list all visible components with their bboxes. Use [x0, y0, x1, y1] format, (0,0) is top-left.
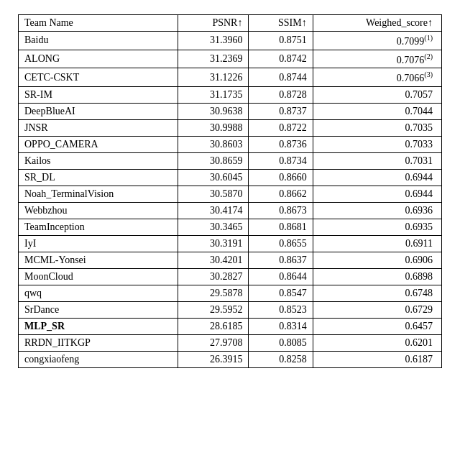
table-row: IyI30.31910.86550.6911: [19, 235, 442, 252]
cell-team-name: CETC-CSKT: [19, 68, 178, 87]
table-row: congxiaofeng26.39150.82580.6187: [19, 351, 442, 367]
cell-team-name: qwq: [19, 285, 178, 301]
cell-team-name: SR-IM: [19, 86, 178, 103]
cell-psnr: 30.5870: [178, 186, 249, 202]
cell-wscore: 0.6944: [313, 169, 441, 186]
table-header-row: Team Name PSNR↑ SSIM↑ Weighed_score↑: [19, 15, 442, 32]
cell-ssim: 0.8662: [249, 186, 313, 202]
table-row: MLP_SR28.61850.83140.6457: [19, 318, 442, 334]
cell-psnr: 31.2369: [178, 50, 249, 68]
cell-wscore: 0.6729: [313, 301, 441, 318]
cell-wscore: 0.7035: [313, 119, 441, 136]
cell-team-name: JNSR: [19, 119, 178, 136]
cell-wscore: 0.6457: [313, 318, 441, 334]
cell-wscore: 0.7076(2): [313, 50, 441, 68]
cell-psnr: 26.3915: [178, 351, 249, 367]
cell-psnr: 30.2827: [178, 268, 249, 285]
table-row: Kailos30.86590.87340.7031: [19, 152, 442, 169]
cell-wscore: 0.6906: [313, 252, 441, 268]
col-header-psnr: PSNR↑: [178, 15, 249, 32]
cell-psnr: 30.8659: [178, 152, 249, 169]
cell-team-name: RRDN_IITKGP: [19, 334, 178, 351]
cell-wscore: 0.6201: [313, 334, 441, 351]
cell-ssim: 0.8547: [249, 285, 313, 301]
cell-psnr: 31.1735: [178, 86, 249, 103]
cell-ssim: 0.8681: [249, 219, 313, 235]
cell-wscore: 0.6936: [313, 202, 441, 219]
cell-ssim: 0.8673: [249, 202, 313, 219]
cell-psnr: 30.3191: [178, 235, 249, 252]
cell-ssim: 0.8523: [249, 301, 313, 318]
cell-ssim: 0.8751: [249, 32, 313, 50]
cell-wscore: 0.7033: [313, 136, 441, 152]
cell-wscore: 0.6187: [313, 351, 441, 367]
table-row: TeamInception30.34650.86810.6935: [19, 219, 442, 235]
table-row: SR-IM31.17350.87280.7057: [19, 86, 442, 103]
cell-ssim: 0.8314: [249, 318, 313, 334]
cell-team-name: Webbzhou: [19, 202, 178, 219]
cell-psnr: 30.4201: [178, 252, 249, 268]
table-row: DeepBlueAI30.96380.87370.7044: [19, 103, 442, 119]
table-row: SrDance29.59520.85230.6729: [19, 301, 442, 318]
cell-psnr: 30.4174: [178, 202, 249, 219]
table-row: MCML-Yonsei30.42010.86370.6906: [19, 252, 442, 268]
cell-team-name: Baidu: [19, 32, 178, 50]
leaderboard-container: Team Name PSNR↑ SSIM↑ Weighed_score↑ Bai…: [18, 14, 442, 368]
cell-ssim: 0.8722: [249, 119, 313, 136]
cell-ssim: 0.8655: [249, 235, 313, 252]
cell-ssim: 0.8736: [249, 136, 313, 152]
cell-team-name: MoonCloud: [19, 268, 178, 285]
cell-ssim: 0.8644: [249, 268, 313, 285]
cell-team-name: IyI: [19, 235, 178, 252]
cell-psnr: 30.6045: [178, 169, 249, 186]
cell-wscore: 0.7044: [313, 103, 441, 119]
cell-team-name: Kailos: [19, 152, 178, 169]
cell-team-name: congxiaofeng: [19, 351, 178, 367]
table-row: qwq29.58780.85470.6748: [19, 285, 442, 301]
cell-wscore: 0.6935: [313, 219, 441, 235]
cell-ssim: 0.8660: [249, 169, 313, 186]
cell-wscore: 0.6944: [313, 186, 441, 202]
cell-team-name: MCML-Yonsei: [19, 252, 178, 268]
table-row: OPPO_CAMERA30.86030.87360.7033: [19, 136, 442, 152]
cell-psnr: 29.5878: [178, 285, 249, 301]
cell-wscore: 0.7057: [313, 86, 441, 103]
cell-ssim: 0.8637: [249, 252, 313, 268]
col-header-team: Team Name: [19, 15, 178, 32]
cell-team-name: DeepBlueAI: [19, 103, 178, 119]
cell-team-name: SR_DL: [19, 169, 178, 186]
cell-ssim: 0.8734: [249, 152, 313, 169]
cell-ssim: 0.8258: [249, 351, 313, 367]
cell-ssim: 0.8737: [249, 103, 313, 119]
cell-ssim: 0.8744: [249, 68, 313, 87]
cell-wscore: 0.7066(3): [313, 68, 441, 87]
table-row: ALONG31.23690.87420.7076(2): [19, 50, 442, 68]
cell-psnr: 30.3465: [178, 219, 249, 235]
cell-psnr: 30.8603: [178, 136, 249, 152]
cell-team-name: OPPO_CAMERA: [19, 136, 178, 152]
table-row: Baidu31.39600.87510.7099(1): [19, 32, 442, 50]
cell-team-name: Noah_TerminalVision: [19, 186, 178, 202]
cell-wscore: 0.7099(1): [313, 32, 441, 50]
cell-ssim: 0.8742: [249, 50, 313, 68]
table-row: JNSR30.99880.87220.7035: [19, 119, 442, 136]
col-header-wscore: Weighed_score↑: [313, 15, 441, 32]
cell-psnr: 31.1226: [178, 68, 249, 87]
cell-psnr: 27.9708: [178, 334, 249, 351]
cell-psnr: 30.9638: [178, 103, 249, 119]
table-row: SR_DL30.60450.86600.6944: [19, 169, 442, 186]
leaderboard-table: Team Name PSNR↑ SSIM↑ Weighed_score↑ Bai…: [18, 14, 442, 368]
cell-psnr: 28.6185: [178, 318, 249, 334]
cell-team-name: ALONG: [19, 50, 178, 68]
cell-wscore: 0.6748: [313, 285, 441, 301]
cell-psnr: 31.3960: [178, 32, 249, 50]
cell-ssim: 0.8085: [249, 334, 313, 351]
cell-wscore: 0.6911: [313, 235, 441, 252]
cell-wscore: 0.6898: [313, 268, 441, 285]
cell-psnr: 29.5952: [178, 301, 249, 318]
cell-ssim: 0.8728: [249, 86, 313, 103]
cell-wscore: 0.7031: [313, 152, 441, 169]
cell-team-name: SrDance: [19, 301, 178, 318]
col-header-ssim: SSIM↑: [249, 15, 313, 32]
cell-team-name: MLP_SR: [19, 318, 178, 334]
